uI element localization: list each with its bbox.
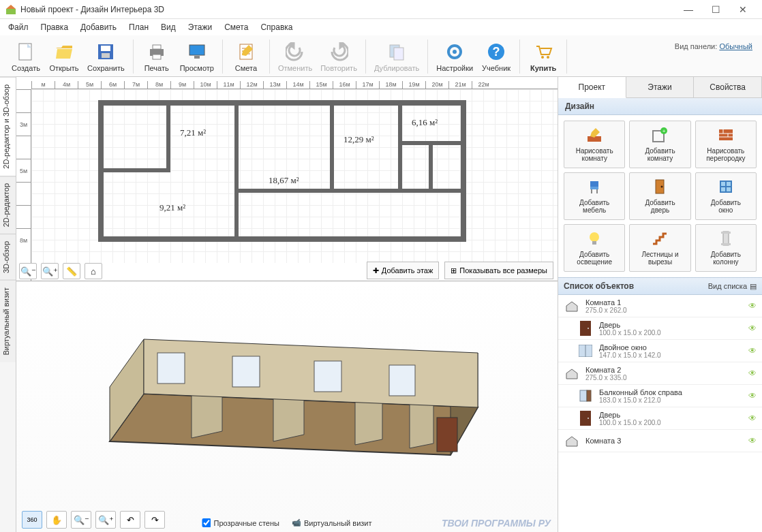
- object-item[interactable]: Комната 1 275.0 x 262.0 👁: [558, 295, 762, 317]
- add-furniture-button[interactable]: Добавитьмебель: [564, 172, 625, 220]
- preview-button[interactable]: Просмотр: [176, 40, 218, 74]
- svg-point-69: [588, 418, 589, 419]
- tab-2d-3d-combo[interactable]: 2D-редактор и 3D-обзор: [0, 77, 16, 176]
- draw-partition-button[interactable]: Нарисоватьперегородку: [695, 121, 757, 168]
- add-floor-icon: ✚: [373, 266, 379, 275]
- panel-view-selector[interactable]: Вид панели: Обычный: [675, 40, 759, 50]
- object-item[interactable]: Двойное окно 147.0 x 15.0 x 142.0 👁: [558, 340, 762, 362]
- zoom-in-button[interactable]: 🔍⁺: [41, 263, 59, 279]
- tab-2d-editor[interactable]: 2D-редактор: [0, 176, 16, 234]
- stairs-icon: [650, 229, 669, 248]
- add-door-button[interactable]: Добавитьдверь: [629, 172, 690, 220]
- tab-3d-view[interactable]: 3D-обзор: [0, 234, 16, 280]
- object-item[interactable]: Дверь 100.0 x 15.0 x 200.0 👁: [558, 317, 762, 340]
- minimize-button[interactable]: —: [675, 1, 702, 18]
- camera-view-checkbox[interactable]: 📹Виртуальный визит: [292, 518, 372, 527]
- toolbar: Создать Открыть Сохранить Печать Просмот…: [0, 35, 762, 77]
- zoom-out-3d-button[interactable]: 🔍⁻: [71, 511, 91, 529]
- open-button[interactable]: Открыть: [45, 40, 83, 74]
- redo-button[interactable]: Повторить: [316, 40, 361, 74]
- zoom-out-button[interactable]: 🔍⁻: [19, 263, 37, 279]
- settings-button[interactable]: Настройки: [432, 40, 477, 74]
- printer-icon: [146, 41, 168, 63]
- svg-text:?: ?: [493, 45, 500, 59]
- object-list-title: Список объектов: [564, 281, 634, 291]
- tab-project[interactable]: Проект: [558, 77, 626, 98]
- estimate-button[interactable]: Смета: [227, 40, 265, 74]
- visibility-toggle-icon[interactable]: 👁: [748, 391, 757, 401]
- visibility-toggle-icon[interactable]: 👁: [748, 413, 757, 423]
- menu-file[interactable]: Файл: [3, 20, 34, 34]
- tutorial-button[interactable]: ?Учебник: [477, 40, 515, 74]
- pan-button[interactable]: ✋: [46, 511, 67, 529]
- floorplan[interactable]: 7,21 м² 18,67 м² 12,29 м² 6,16 м² 9,21 м…: [98, 100, 466, 250]
- close-button[interactable]: ✕: [729, 1, 757, 18]
- menu-floors[interactable]: Этажи: [183, 20, 217, 34]
- menu-help[interactable]: Справка: [255, 20, 298, 34]
- object-list[interactable]: Комната 1 275.0 x 262.0 👁 Дверь 100.0 x …: [558, 295, 762, 532]
- add-room-button[interactable]: +Добавитькомнату: [629, 121, 690, 168]
- menu-edit[interactable]: Правка: [35, 20, 74, 34]
- svg-rect-10: [189, 45, 204, 55]
- svg-rect-9: [153, 54, 161, 59]
- stairs-button[interactable]: Лестницы ивырезы: [629, 224, 690, 272]
- object-item[interactable]: Балконный блок справа 183.0 x 15.0 x 212…: [558, 385, 762, 407]
- print-button[interactable]: Печать: [138, 40, 176, 74]
- rotate-left-button[interactable]: ↶: [120, 511, 140, 529]
- buy-button[interactable]: Купить: [524, 40, 562, 74]
- visibility-toggle-icon[interactable]: 👁: [748, 346, 757, 356]
- svg-rect-61: [580, 321, 591, 336]
- visibility-toggle-icon[interactable]: 👁: [748, 436, 757, 445]
- visibility-toggle-icon[interactable]: 👁: [748, 324, 757, 333]
- redo-icon: [328, 41, 350, 63]
- tab-floors[interactable]: Этажи: [626, 77, 695, 97]
- object-name: Комната 2: [585, 366, 743, 374]
- room-area-2: 18,67 м²: [269, 175, 299, 186]
- visibility-toggle-icon[interactable]: 👁: [748, 369, 757, 378]
- room-area-5: 9,21 м²: [159, 202, 185, 213]
- object-name: Двойное окно: [599, 343, 743, 351]
- transparent-walls-checkbox[interactable]: Прозрачные стены: [202, 518, 279, 527]
- orbit-360-button[interactable]: 360: [22, 511, 42, 529]
- add-lighting-button[interactable]: Добавитьосвещение: [564, 224, 625, 272]
- svg-point-22: [541, 56, 544, 59]
- visibility-toggle-icon[interactable]: 👁: [748, 301, 757, 311]
- menu-estimate[interactable]: Смета: [219, 20, 254, 34]
- add-floor-button[interactable]: ✚Добавить этаж: [367, 262, 439, 279]
- window-title: Новый проект - Дизайн Интерьера 3D: [20, 5, 675, 14]
- list-view-icon: ▤: [750, 282, 757, 291]
- draw-room-button[interactable]: Нарисоватькомнату: [564, 121, 625, 168]
- object-item[interactable]: Комната 2 275.0 x 335.0 👁: [558, 362, 762, 385]
- tab-properties[interactable]: Свойства: [694, 77, 762, 97]
- duplicate-button[interactable]: Дублировать: [370, 40, 423, 74]
- object-item[interactable]: Комната 3 👁: [558, 430, 762, 452]
- svg-point-62: [588, 328, 589, 329]
- view-3d-viewport[interactable]: 360 ✋ 🔍⁻ 🔍⁺ ↶ ↷ Прозрачные стены 📹Виртуа…: [16, 281, 558, 532]
- add-window-button[interactable]: Добавитьокно: [695, 172, 757, 220]
- object-dimensions: 275.0 x 262.0: [585, 307, 743, 314]
- add-column-button[interactable]: Добавитьколонну: [695, 224, 757, 272]
- svg-point-55: [590, 232, 599, 242]
- menu-plan[interactable]: План: [123, 20, 154, 34]
- room-icon: [564, 365, 580, 381]
- tab-virtual-visit[interactable]: Виртуальный визит: [0, 280, 16, 362]
- home-view-button[interactable]: ⌂: [85, 263, 102, 279]
- create-button[interactable]: Создать: [7, 40, 45, 74]
- rotate-right-button[interactable]: ↷: [144, 511, 165, 529]
- maximize-button[interactable]: ☐: [702, 1, 729, 18]
- menu-view[interactable]: Вид: [155, 20, 181, 34]
- undo-button[interactable]: Отменить: [274, 40, 316, 74]
- zoom-in-3d-button[interactable]: 🔍⁺: [95, 511, 116, 529]
- design-tool-grid: Нарисоватькомнату +Добавитькомнату Нарис…: [558, 115, 762, 277]
- menu-bar: Файл Правка Добавить План Вид Этажи Смет…: [0, 19, 762, 35]
- save-button[interactable]: Сохранить: [83, 40, 129, 74]
- object-item[interactable]: Дверь 100.0 x 15.0 x 200.0 👁: [558, 407, 762, 430]
- show-dimensions-button[interactable]: ⊞Показывать все размеры: [444, 262, 553, 279]
- camera-icon: 📹: [292, 518, 301, 527]
- dimensions-icon: ⊞: [451, 266, 457, 275]
- plan-2d-viewport[interactable]: м4м5м6м7м8м9м10м11м12м13м14м15м16м17м18м…: [16, 77, 558, 281]
- measure-button[interactable]: 📏: [63, 263, 80, 279]
- menu-add[interactable]: Добавить: [75, 20, 122, 34]
- gear-icon: [444, 41, 466, 63]
- list-view-toggle[interactable]: Вид списка ▤: [708, 282, 757, 291]
